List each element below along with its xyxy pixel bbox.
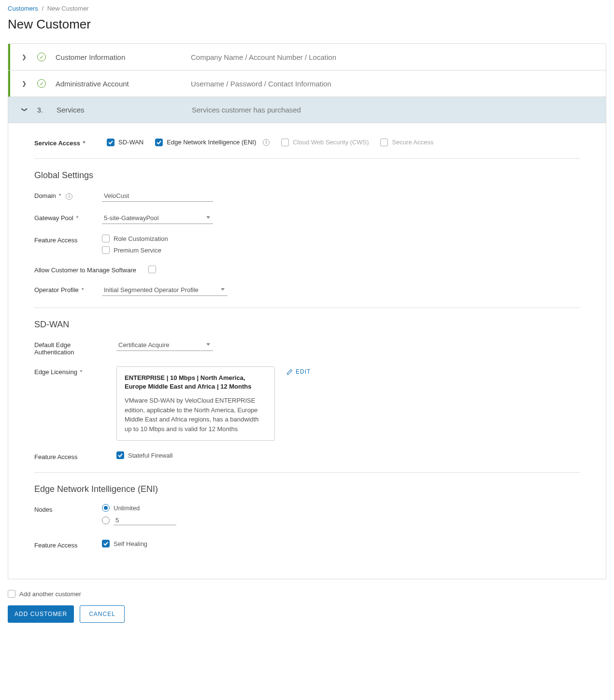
pencil-icon: [286, 369, 293, 375]
gateway-pool-row: Gateway Pool * 5-site-GatewayPool: [34, 212, 580, 224]
add-another-row: Add another customer: [8, 590, 606, 598]
cancel-button[interactable]: CANCEL: [80, 605, 125, 623]
breadcrumb-sep: /: [42, 5, 43, 12]
step-services[interactable]: ❯ 3. Services Services customer has purc…: [8, 97, 606, 123]
allow-manage-label: Allow Customer to Manage Software: [34, 265, 143, 274]
edge-licensing-label: Edge Licensing *: [34, 366, 112, 376]
operator-profile-row: Operator Profile * Initial Segmented Ope…: [34, 284, 580, 296]
breadcrumb: Customers / New Customer: [8, 5, 606, 12]
nodes-label: Nodes: [34, 504, 97, 513]
feature-access-label: Feature Access: [34, 235, 97, 244]
sdwan-heading: SD-WAN: [34, 320, 580, 330]
radio-custom[interactable]: [102, 516, 176, 525]
info-icon[interactable]: i: [66, 193, 72, 200]
checkbox-self-healing[interactable]: Self Healing: [102, 540, 147, 547]
step-title: Customer Information: [56, 53, 181, 61]
service-access-row: Service Access * SD-WAN Edge Network Int…: [34, 138, 580, 147]
sdwan-feature-row: Feature Access Stateful Firewall: [34, 451, 580, 461]
step-desc: Services customer has purchased: [192, 106, 301, 114]
operator-profile-label: Operator Profile *: [34, 284, 97, 294]
eni-feature-row: Feature Access Self Healing: [34, 540, 580, 549]
checkbox-eni[interactable]: Edge Network Intelligence (ENI) i: [155, 139, 270, 146]
checkbox-role-custom[interactable]: Role Customization: [102, 235, 168, 242]
radio-unlimited[interactable]: Unlimited: [102, 504, 176, 512]
domain-input[interactable]: [102, 190, 213, 202]
license-title: ENTERPRISE | 10 Mbps | North America, Eu…: [125, 374, 267, 391]
sdwan-feature-label: Feature Access: [34, 451, 112, 461]
step-title: Administrative Account: [56, 80, 181, 88]
domain-label: Domain * i: [34, 190, 97, 200]
breadcrumb-root[interactable]: Customers: [8, 5, 38, 12]
default-edge-auth-row: Default Edge Authentication Certificate …: [34, 339, 580, 356]
wizard-card: ❯ ✓ Customer Information Company Name / …: [8, 43, 606, 579]
step-desc: Username / Password / Contact Informatio…: [191, 80, 331, 88]
check-circle-icon: ✓: [37, 79, 46, 88]
nodes-input[interactable]: [114, 516, 176, 525]
feature-access-global-row: Feature Access Role Customization Premiu…: [34, 235, 580, 254]
chevron-down-icon: ❯: [21, 107, 28, 113]
chevron-right-icon: ❯: [22, 80, 28, 87]
global-settings-heading: Global Settings: [34, 170, 580, 181]
checkbox-secure-access[interactable]: Secure Access: [380, 139, 433, 146]
checkbox-stateful-firewall[interactable]: Stateful Firewall: [116, 451, 172, 459]
checkbox-cws[interactable]: Cloud Web Security (CWS): [281, 139, 369, 146]
allow-manage-row: Allow Customer to Manage Software: [34, 265, 580, 274]
checkbox-sdwan[interactable]: SD-WAN: [107, 139, 143, 146]
step-customer-info[interactable]: ❯ ✓ Customer Information Company Name / …: [8, 44, 606, 70]
license-desc: VMware SD-WAN by VeloCloud ENTERPRISE ed…: [125, 396, 267, 434]
service-access-label: Service Access *: [34, 138, 102, 147]
eni-heading: Edge Network Intelligence (ENI): [34, 484, 580, 494]
info-icon[interactable]: i: [263, 139, 270, 146]
gateway-pool-select[interactable]: 5-site-GatewayPool: [102, 212, 213, 224]
check-circle-icon: ✓: [37, 53, 46, 61]
gateway-pool-label: Gateway Pool *: [34, 212, 97, 222]
chevron-right-icon: ❯: [22, 54, 28, 60]
checkbox-premium[interactable]: Premium Service: [102, 246, 168, 254]
step-desc: Company Name / Account Number / Location: [191, 53, 336, 61]
divider: [34, 158, 580, 159]
page-title: New Customer: [8, 17, 606, 32]
divider: [34, 308, 580, 308]
divider: [34, 472, 580, 473]
default-edge-auth-select[interactable]: Certificate Acquire: [116, 339, 213, 351]
footer-buttons: ADD CUSTOMER CANCEL: [8, 605, 606, 623]
edge-licensing-row: Edge Licensing * ENTERPRISE | 10 Mbps | …: [34, 366, 580, 441]
domain-row: Domain * i: [34, 190, 580, 202]
checkbox-add-another[interactable]: Add another customer: [8, 590, 81, 598]
edit-license-link[interactable]: EDIT: [286, 366, 311, 375]
operator-profile-select[interactable]: Initial Segmented Operator Profile: [102, 284, 228, 296]
eni-feature-label: Feature Access: [34, 540, 97, 549]
services-panel: Service Access * SD-WAN Edge Network Int…: [8, 123, 606, 579]
step-admin-account[interactable]: ❯ ✓ Administrative Account Username / Pa…: [8, 70, 606, 97]
step-title: Services: [57, 106, 182, 114]
step-number: 3.: [37, 106, 47, 114]
edge-license-box: ENTERPRISE | 10 Mbps | North America, Eu…: [116, 366, 275, 441]
breadcrumb-current: New Customer: [47, 5, 89, 12]
add-customer-button[interactable]: ADD CUSTOMER: [8, 605, 74, 623]
nodes-row: Nodes Unlimited: [34, 504, 580, 529]
checkbox-allow-manage[interactable]: [148, 266, 156, 273]
default-edge-auth-label: Default Edge Authentication: [34, 339, 112, 356]
